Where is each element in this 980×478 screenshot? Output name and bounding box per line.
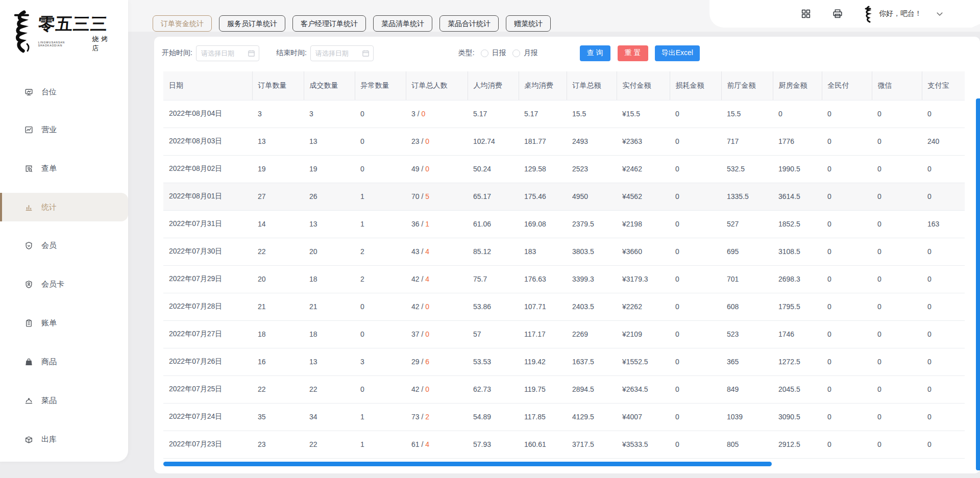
cell-front-amount: 695 <box>721 238 773 265</box>
end-date-picker[interactable] <box>310 45 374 61</box>
cell-loss-amount: 0 <box>670 375 721 403</box>
cell-front-amount: 523 <box>721 320 773 348</box>
sidebar-item-goods[interactable]: 商品 <box>0 347 128 376</box>
cell-paid-amount: ¥3179.3 <box>617 265 670 293</box>
cell-wechat: 0 <box>872 320 922 348</box>
cell-wechat: 0 <box>872 128 922 155</box>
printer-icon[interactable] <box>832 8 843 19</box>
cell-date: 2022年07月29日 <box>163 265 252 293</box>
cell-paid-amount: ¥15.5 <box>617 100 670 128</box>
sidebar-item-label: 台位 <box>41 87 57 97</box>
cell-front-amount: 1335.5 <box>721 183 773 210</box>
cell-total-people: 42 / 0 <box>406 375 468 403</box>
sidebar-item-outbound[interactable]: 出库 <box>0 425 128 454</box>
apps-grid-icon[interactable] <box>800 8 812 19</box>
cell-total-people: 70 / 5 <box>406 183 468 210</box>
chevron-down-icon[interactable] <box>935 9 944 18</box>
cell-paid-amount: ¥4007 <box>617 403 670 431</box>
export-excel-button[interactable]: 导出Excel <box>655 45 700 61</box>
cell-per-person: 75.7 <box>468 265 519 293</box>
cell-date: 2022年08月02日 <box>163 155 252 183</box>
cell-order-total: 4950 <box>567 183 617 210</box>
cell-kitchen-amount: 0 <box>773 100 822 128</box>
horizontal-scrollbar-track <box>163 462 965 466</box>
table-seat-icon <box>24 88 33 96</box>
cell-deal-count: 34 <box>304 403 355 431</box>
cell-paid-amount: ¥4562 <box>617 183 670 210</box>
cell-kitchen-amount: 1852.5 <box>773 210 822 238</box>
sidebar-item-member-card[interactable]: 会员卡 <box>0 270 128 298</box>
cell-date: 2022年08月03日 <box>163 128 252 155</box>
cell-order-total: 3803.5 <box>567 238 617 265</box>
sidebar-item-table-seat[interactable]: 台位 <box>0 78 128 106</box>
sidebar-item-bill[interactable]: 账单 <box>0 309 128 337</box>
cell-front-amount: 717 <box>721 128 773 155</box>
user-greeting: 你好，吧台！ <box>879 9 922 18</box>
radio-monthly[interactable]: 月报 <box>512 48 538 58</box>
col-order-count: 订单数量 <box>252 71 304 100</box>
cell-total-people: 42 / 0 <box>406 293 468 320</box>
radio-daily[interactable]: 日报 <box>481 48 506 58</box>
cell-front-amount: 527 <box>721 210 773 238</box>
brand-logo: 零五三三 LINGWUSANSAN SHAOKAODIAN 烧烤店 <box>9 7 119 58</box>
cell-per-table: 5.17 <box>519 100 567 128</box>
table-row: 2022年08月04日 3 3 0 3 / 0 5.17 5.17 15.5 ¥… <box>163 100 965 128</box>
tab-free-dishes[interactable]: 赠菜统计 <box>506 15 551 32</box>
sidebar-item-business[interactable]: 营业 <box>0 115 128 144</box>
tab-waiter-orders[interactable]: 服务员订单统计 <box>219 15 285 32</box>
cell-paid-amount: ¥2262 <box>617 293 670 320</box>
sidebar-item-statistics[interactable]: 统计 <box>0 193 128 221</box>
cell-paid-amount: ¥3533.5 <box>617 431 670 458</box>
col-total-people: 订单总人数 <box>406 71 468 100</box>
cell-deal-count: 13 <box>304 210 355 238</box>
tab-order-funds[interactable]: 订单资金统计 <box>153 15 212 32</box>
cell-total-people: 23 / 0 <box>406 128 468 155</box>
cell-per-person: 57.93 <box>468 431 519 458</box>
cell-loss-amount: 0 <box>670 155 721 183</box>
sidebar-item-dish[interactable]: 菜品 <box>0 386 128 415</box>
cell-paid-amount: ¥2462 <box>617 155 670 183</box>
cell-loss-amount: 0 <box>670 100 721 128</box>
cell-total-people: 61 / 4 <box>406 431 468 458</box>
cell-per-person: 62.73 <box>468 375 519 403</box>
sidebar-item-order-search[interactable]: 查单 <box>0 154 128 183</box>
cell-kitchen-amount: 1272.5 <box>773 348 822 375</box>
cell-order-total: 2403.5 <box>567 293 617 320</box>
cell-quanminfu: 0 <box>822 265 872 293</box>
end-time-label: 结束时间: <box>276 48 307 58</box>
end-date-input[interactable] <box>315 49 360 57</box>
horizontal-scrollbar-thumb[interactable] <box>163 462 772 466</box>
reset-button[interactable]: 重 置 <box>618 45 648 61</box>
logo-latin: LINGWUSANSAN SHAOKAODIAN <box>38 41 89 47</box>
sidebar-item-member[interactable]: 会员 <box>0 231 128 260</box>
cell-quanminfu: 0 <box>822 155 872 183</box>
cell-deal-count: 3 <box>304 100 355 128</box>
cell-total-people: 42 / 4 <box>406 265 468 293</box>
tab-dish-totals[interactable]: 菜品合计统计 <box>439 15 499 32</box>
cell-alipay: 0 <box>922 238 965 265</box>
sidebar-item-label: 营业 <box>41 125 57 135</box>
vertical-scrollbar-thumb[interactable] <box>976 98 980 470</box>
query-button[interactable]: 查 询 <box>580 45 610 61</box>
cell-paid-amount: ¥1552.5 <box>617 348 670 375</box>
screen: 你好，吧台！ 零五三三 LINGWUSANSAN SHAOKAODIAN 烧烤店 <box>0 0 980 478</box>
content-panel: 开始时间: 结束时间: 类型: 日报 月报 查 询 重 置 导出Excel <box>154 37 980 473</box>
cell-loss-amount: 0 <box>670 265 721 293</box>
tab-dish-list[interactable]: 菜品清单统计 <box>373 15 432 32</box>
cell-per-table: 117.17 <box>519 320 567 348</box>
cell-order-count: 13 <box>252 128 304 155</box>
cell-per-person: 85.12 <box>468 238 519 265</box>
cell-quanminfu: 0 <box>822 238 872 265</box>
radio-circle-icon <box>512 49 520 57</box>
cell-abnormal-count: 0 <box>355 128 406 155</box>
cell-loss-amount: 0 <box>670 210 721 238</box>
col-deal-count: 成交数量 <box>304 71 355 100</box>
start-date-picker[interactable] <box>196 45 259 61</box>
cell-quanminfu: 0 <box>822 100 872 128</box>
cell-per-person: 53.86 <box>468 293 519 320</box>
start-date-input[interactable] <box>201 49 246 57</box>
dish-icon <box>24 396 33 405</box>
tab-account-manager-orders[interactable]: 客户经理订单统计 <box>292 15 366 32</box>
sidebar-item-label: 会员 <box>41 241 57 250</box>
sidebar: 零五三三 LINGWUSANSAN SHAOKAODIAN 烧烤店 台位 营业 … <box>0 0 128 462</box>
